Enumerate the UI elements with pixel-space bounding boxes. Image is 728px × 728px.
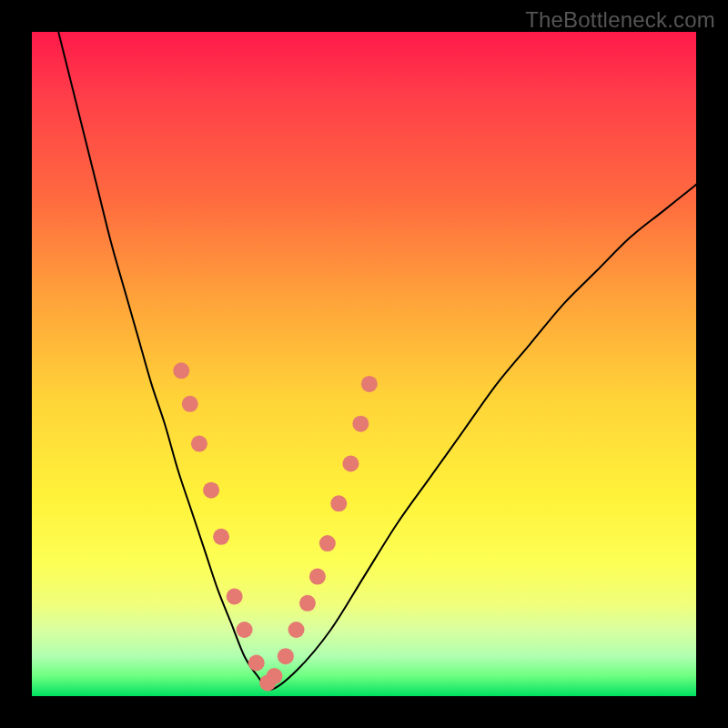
data-point bbox=[342, 456, 359, 472]
plot-area bbox=[32, 32, 696, 696]
data-point bbox=[237, 622, 253, 638]
data-point bbox=[182, 396, 198, 412]
data-points-overlay bbox=[173, 362, 378, 691]
chart-svg bbox=[32, 32, 696, 696]
chart-frame: TheBottleneck.com bbox=[0, 0, 728, 728]
data-point bbox=[352, 416, 369, 432]
watermark-text: TheBottleneck.com bbox=[525, 7, 715, 33]
data-point bbox=[213, 529, 229, 545]
bottleneck-curve bbox=[58, 32, 699, 690]
data-point bbox=[191, 436, 207, 452]
data-point bbox=[361, 376, 378, 392]
data-point bbox=[330, 495, 347, 511]
data-point bbox=[227, 589, 243, 605]
data-point bbox=[173, 362, 189, 379]
data-point bbox=[203, 482, 219, 499]
data-point bbox=[309, 569, 326, 585]
data-point bbox=[266, 668, 282, 684]
data-point bbox=[288, 622, 305, 638]
data-point bbox=[299, 595, 316, 612]
data-point bbox=[278, 648, 294, 664]
data-point bbox=[319, 535, 336, 551]
data-point bbox=[248, 655, 265, 672]
